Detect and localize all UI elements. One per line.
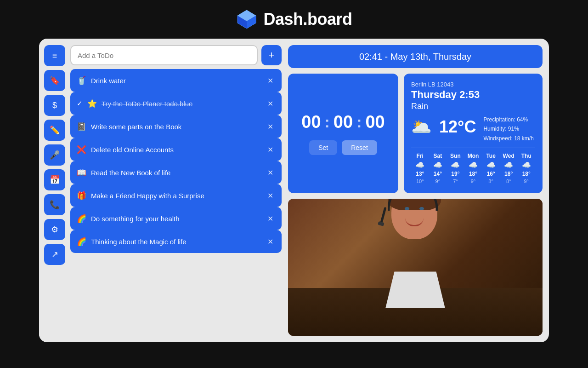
forecast-low: 7° bbox=[453, 178, 458, 184]
forecast-icon: ☁️ bbox=[469, 161, 478, 169]
forecast-day-name: Tue bbox=[486, 153, 495, 159]
todo-list: 🥤 Drink water ✕ ✓ ⭐ Try the ToDo Planer … bbox=[70, 69, 282, 253]
forecast-icon: ☁️ bbox=[522, 161, 531, 169]
todo-emoji: 🥤 bbox=[77, 76, 86, 86]
forecast-day-name: Sat bbox=[434, 153, 442, 159]
timer-set-button[interactable]: Set bbox=[309, 140, 337, 155]
todo-item-text: Write some parts on the Book bbox=[91, 123, 261, 131]
forecast-low: 9° bbox=[435, 178, 441, 184]
todo-close-button[interactable]: ✕ bbox=[266, 98, 275, 110]
forecast-day: Mon ☁️ 18° 9° bbox=[464, 153, 482, 184]
todo-item: 🎁 Make a Friend Happy with a Surprise ✕ bbox=[70, 184, 282, 207]
phone-icon: 📞 bbox=[50, 200, 60, 210]
mic-icon: 🎤 bbox=[50, 150, 60, 160]
todo-item-text: Thinking about the Magic of life bbox=[91, 238, 261, 246]
todo-input[interactable] bbox=[70, 45, 258, 65]
datetime-bar: 02:41 - May 13th, Thursday bbox=[288, 45, 543, 68]
todo-item-text: Read the New Book of life bbox=[91, 169, 261, 177]
forecast-day: Thu ☁️ 18° 9° bbox=[517, 153, 535, 184]
forecast-day: Fri ☁️ 13° 10° bbox=[411, 153, 429, 184]
forecast-low: 10° bbox=[416, 178, 424, 184]
todo-item: 🌈 Do something for your health ✕ bbox=[70, 207, 282, 230]
forecast-day: Wed ☁️ 18° 8° bbox=[500, 153, 518, 184]
timer-reset-button[interactable]: Reset bbox=[342, 140, 377, 155]
forecast-high: 18° bbox=[469, 171, 477, 177]
timer-buttons: Set Reset bbox=[309, 140, 377, 155]
weather-icon: 🌥️ bbox=[411, 117, 432, 137]
timer-minutes: 00 bbox=[334, 112, 353, 132]
weather-temperature: 12°C bbox=[439, 117, 476, 137]
sidebar-item-bookmark[interactable]: 🔖 bbox=[44, 70, 65, 91]
todo-close-button[interactable]: ✕ bbox=[266, 213, 275, 225]
forecast-icon: ☁️ bbox=[415, 161, 424, 169]
todo-close-button[interactable]: ✕ bbox=[266, 144, 275, 156]
forecast-day-name: Wed bbox=[503, 153, 514, 159]
forecast-day-name: Mon bbox=[468, 153, 479, 159]
sidebar-item-calendar[interactable]: 📅 bbox=[44, 169, 65, 190]
todo-close-button[interactable]: ✕ bbox=[266, 167, 275, 179]
todo-emoji: 🎁 bbox=[77, 191, 86, 201]
weather-forecast: Fri ☁️ 13° 10° Sat ☁️ 14° 9° Sun ☁️ 19° … bbox=[411, 148, 535, 184]
forecast-icon: ☁️ bbox=[486, 161, 496, 169]
forecast-day-name: Fri bbox=[417, 153, 424, 159]
logo-cube-icon bbox=[236, 8, 258, 30]
plus-icon: + bbox=[269, 49, 275, 61]
forecast-day: Tue ☁️ 16° 8° bbox=[482, 153, 500, 184]
app-title: Dash.board bbox=[263, 10, 352, 29]
forecast-icon: ☁️ bbox=[504, 161, 513, 169]
todo-item: 📖 Read the New Book of life ✕ bbox=[70, 161, 282, 184]
forecast-high: 18° bbox=[522, 171, 531, 177]
list-icon: ≡ bbox=[52, 51, 57, 61]
todo-close-button[interactable]: ✕ bbox=[266, 121, 275, 133]
forecast-high: 16° bbox=[487, 171, 495, 177]
todo-close-button[interactable]: ✕ bbox=[266, 190, 275, 202]
todo-check-icon: ✓ bbox=[77, 99, 83, 108]
todo-item-text: Try the ToDo Planer todo.blue bbox=[102, 100, 261, 108]
middle-row: 00 : 00 : 00 Set Reset bbox=[288, 74, 543, 193]
forecast-low: 9° bbox=[471, 178, 476, 184]
forecast-low: 8° bbox=[506, 178, 511, 184]
app-header: Dash.board bbox=[0, 0, 588, 37]
forecast-icon: ☁️ bbox=[451, 161, 460, 169]
todo-emoji: 🌈 bbox=[77, 214, 86, 224]
timer-card: 00 : 00 : 00 Set Reset bbox=[288, 74, 398, 193]
sidebar-item-edit[interactable]: ✏️ bbox=[44, 120, 65, 141]
logo: Dash.board bbox=[236, 8, 352, 30]
forecast-high: 14° bbox=[434, 171, 442, 177]
forecast-day-name: Sun bbox=[450, 153, 461, 159]
todo-close-button[interactable]: ✕ bbox=[266, 236, 275, 248]
todo-item: ❌ Delete old Online Accounts ✕ bbox=[70, 138, 282, 161]
weather-main: 🌥️ 12°C bbox=[411, 115, 476, 138]
timer-display: 00 : 00 : 00 bbox=[301, 112, 385, 132]
content-area: + 🥤 Drink water ✕ ✓ ⭐ Try the ToDo Plane… bbox=[70, 39, 549, 342]
todo-item: 📓 Write some parts on the Book ✕ bbox=[70, 115, 282, 138]
sidebar-item-dollar[interactable]: $ bbox=[44, 95, 65, 116]
sidebar-item-phone[interactable]: 📞 bbox=[44, 194, 65, 215]
share-icon: ↗ bbox=[51, 249, 58, 259]
person-photo bbox=[288, 199, 543, 336]
photo-area bbox=[288, 199, 543, 336]
right-panel: 02:41 - May 13th, Thursday 00 : 00 : 00 bbox=[288, 45, 543, 336]
settings-icon: ⚙ bbox=[51, 224, 58, 235]
weather-location: Berlin LB 12043 bbox=[411, 81, 535, 88]
dollar-icon: $ bbox=[52, 101, 57, 110]
todo-item-text: Delete old Online Accounts bbox=[91, 146, 261, 154]
forecast-low: 9° bbox=[524, 178, 529, 184]
todo-item: 🥤 Drink water ✕ bbox=[70, 69, 282, 92]
forecast-icon: ☁️ bbox=[433, 161, 442, 169]
forecast-high: 19° bbox=[451, 171, 459, 177]
calendar-icon: 📅 bbox=[50, 175, 60, 185]
sidebar-item-settings[interactable]: ⚙ bbox=[44, 219, 65, 240]
timer-hours: 00 bbox=[301, 112, 321, 132]
weather-details: Precipitation: 64% Humidity: 91% Windspe… bbox=[483, 115, 533, 143]
datetime-text: 02:41 - May 13th, Thursday bbox=[359, 52, 471, 62]
todo-add-button[interactable]: + bbox=[261, 45, 282, 65]
forecast-day-name: Thu bbox=[521, 153, 531, 159]
sidebar-item-list[interactable]: ≡ bbox=[44, 45, 65, 66]
todo-item-text: Make a Friend Happy with a Surprise bbox=[91, 192, 261, 200]
todo-close-button[interactable]: ✕ bbox=[266, 75, 275, 87]
sidebar-item-share[interactable]: ↗ bbox=[44, 244, 65, 265]
forecast-day: Sun ☁️ 19° 7° bbox=[447, 153, 464, 184]
forecast-day: Sat ☁️ 14° 9° bbox=[429, 153, 447, 184]
sidebar-item-mic[interactable]: 🎤 bbox=[44, 144, 65, 166]
